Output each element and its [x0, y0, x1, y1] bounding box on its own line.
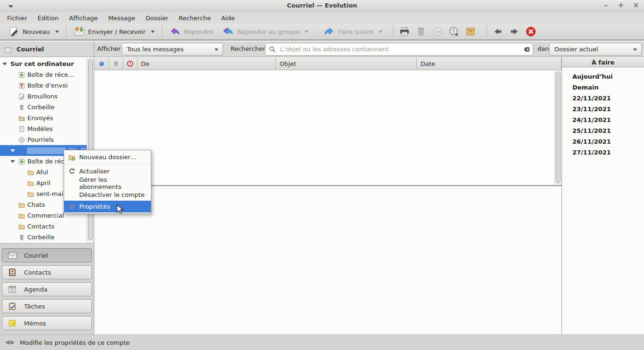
- next-button[interactable]: [506, 24, 523, 39]
- print-button[interactable]: [396, 24, 413, 39]
- account-name-redacted: [27, 147, 66, 154]
- close-button[interactable]: ×: [632, 1, 640, 9]
- outbox-icon: [18, 82, 25, 90]
- switcher-memos-button[interactable]: Mémos: [2, 316, 92, 330]
- attachment-icon: [112, 60, 119, 67]
- tree-item-outbox[interactable]: Boîte d’envoi: [0, 80, 87, 91]
- tree-item-sent[interactable]: Envoyés: [0, 113, 87, 123]
- reply-group-label: Répondre au groupe: [237, 28, 299, 35]
- context-menu-properties[interactable]: Propriétés: [64, 201, 151, 212]
- previous-button[interactable]: [490, 24, 506, 39]
- search-scope-dropdown[interactable]: Dossier actuel: [549, 43, 642, 56]
- column-from[interactable]: De: [137, 57, 276, 70]
- switcher-contacts-button[interactable]: Contacts: [2, 265, 92, 279]
- toolbar-separator: [66, 25, 66, 38]
- scrollbar-thumb[interactable]: [556, 72, 561, 183]
- column-priority[interactable]: [123, 57, 137, 70]
- show-filter-dropdown[interactable]: Tous les messages: [122, 43, 223, 56]
- tree-item-this-computer[interactable]: Sur cet ordinateur: [0, 58, 87, 69]
- todo-item-today[interactable]: Aujourd’hui: [562, 71, 644, 82]
- chevron-down-icon[interactable]: [379, 31, 382, 33]
- menu-fichier[interactable]: Fichier: [2, 14, 33, 23]
- tree-item-drafts[interactable]: Brouillons: [0, 91, 87, 102]
- tree-item-contacts[interactable]: Contacts: [0, 221, 87, 232]
- mouse-cursor-icon: [116, 204, 125, 215]
- message-list-header: De Objet Date: [94, 57, 561, 70]
- junk-button[interactable]: [429, 24, 446, 39]
- message-list[interactable]: [94, 70, 561, 185]
- online-status-icon[interactable]: [6, 339, 14, 346]
- todo-item-date[interactable]: 26/11/2021: [562, 136, 644, 147]
- expander-icon[interactable]: [10, 160, 15, 163]
- menu-message[interactable]: Message: [103, 14, 140, 23]
- folder-icon: [18, 201, 25, 209]
- clear-search-icon[interactable]: [523, 46, 531, 53]
- menu-dossier[interactable]: Dossier: [140, 14, 173, 23]
- sidebar-header: Courriel: [0, 41, 94, 57]
- menu-recherche[interactable]: Recherche: [173, 14, 216, 23]
- menu-aide[interactable]: Aide: [216, 14, 240, 23]
- todo-item-date[interactable]: 22/11/2021: [562, 93, 644, 104]
- title-bar: Courriel — Evolution – + ×: [0, 0, 644, 12]
- menu-edition[interactable]: Édition: [33, 14, 64, 23]
- inbox-icon: [18, 158, 25, 165]
- memo-icon: [7, 318, 17, 328]
- context-menu-disable-account[interactable]: Désactiver le compte: [64, 189, 151, 201]
- new-button[interactable]: Nouveau: [4, 24, 63, 39]
- expander-icon[interactable]: [2, 63, 7, 65]
- tree-item-inbox[interactable]: Boîte de réce...: [0, 69, 87, 80]
- tree-item-junk[interactable]: Pourriels: [0, 134, 87, 145]
- folder-icon: [27, 179, 34, 187]
- forward-button[interactable]: Faire suivre: [319, 24, 386, 39]
- column-status[interactable]: [94, 57, 109, 70]
- chevron-down-icon[interactable]: [305, 31, 308, 33]
- toolbar-separator: [162, 25, 162, 38]
- todo-item-date[interactable]: 25/11/2021: [562, 125, 644, 136]
- not-junk-button[interactable]: [446, 24, 462, 39]
- column-date[interactable]: Date: [417, 57, 561, 70]
- todo-item-date[interactable]: 27/11/2021: [562, 147, 644, 158]
- context-menu-new-folder[interactable]: Nouveau dossier…: [64, 151, 151, 163]
- todo-item-date[interactable]: 23/11/2021: [562, 104, 644, 114]
- menu-affichage[interactable]: Affichage: [64, 14, 103, 23]
- switcher-calendar-button[interactable]: Agenda: [2, 282, 92, 296]
- column-attachment[interactable]: [109, 57, 123, 70]
- tree-item-trash2[interactable]: Corbeille: [0, 232, 87, 243]
- evolution-window: Courriel — Evolution – + × Fichier Éditi…: [0, 0, 644, 350]
- tree-item-trash[interactable]: Corbeille: [0, 102, 87, 113]
- reply-icon: [169, 26, 181, 37]
- reply-button[interactable]: Répondre: [165, 24, 217, 39]
- todo-panel: À faire Aujourd’hui Demain 22/11/2021 23…: [562, 57, 644, 334]
- chevron-down-icon[interactable]: [151, 31, 155, 33]
- menu-separator: [65, 164, 150, 164]
- archive-button[interactable]: [462, 24, 479, 39]
- message-list-scrollbar[interactable]: [554, 71, 561, 185]
- reply-group-button[interactable]: Répondre au groupe: [217, 24, 313, 39]
- maximize-button[interactable]: +: [617, 1, 625, 9]
- context-menu-refresh[interactable]: Actualiser: [64, 165, 151, 177]
- switcher-tasks-button[interactable]: Tâches: [2, 299, 92, 313]
- trash-icon: [415, 26, 427, 37]
- tree-item-templates[interactable]: Modèles: [0, 123, 87, 134]
- status-text: Modifie les propriétés de ce compte: [20, 339, 130, 346]
- stop-button[interactable]: [523, 24, 539, 39]
- column-subject[interactable]: Objet: [276, 57, 417, 70]
- expander-icon[interactable]: [10, 149, 15, 152]
- todo-header[interactable]: À faire: [562, 57, 644, 67]
- search-input[interactable]: [279, 45, 523, 53]
- minimize-button[interactable]: –: [602, 1, 610, 9]
- send-receive-button[interactable]: Envoyer / Recevoir: [69, 24, 159, 39]
- switcher-mail-button[interactable]: Courriel: [2, 248, 92, 262]
- context-menu-manage-subscriptions[interactable]: Gérer les abonnements: [64, 177, 151, 189]
- chevron-down-icon[interactable]: [55, 31, 59, 33]
- folder-icon: [27, 169, 34, 176]
- address-book-icon: [7, 268, 17, 277]
- folder-context-menu: Nouveau dossier… Actualiser Gérer les ab…: [64, 150, 151, 214]
- not-junk-icon: [448, 26, 460, 37]
- mail-icon: [7, 251, 17, 260]
- delete-button[interactable]: [413, 24, 429, 39]
- todo-item-date[interactable]: 24/11/2021: [562, 114, 644, 125]
- todo-item-tomorrow[interactable]: Demain: [562, 82, 644, 93]
- drafts-icon: [18, 93, 25, 100]
- menu-bar: Fichier Édition Affichage Message Dossie…: [0, 12, 644, 24]
